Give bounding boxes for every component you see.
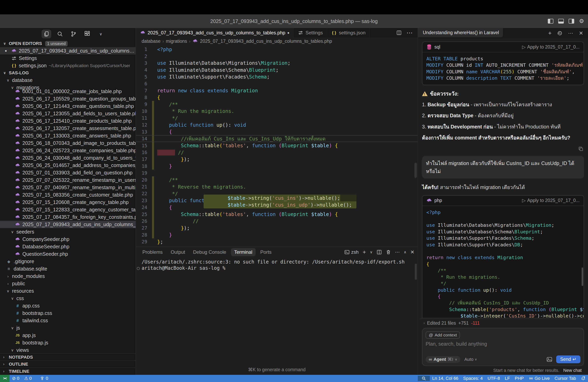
sidebar-section-notepads[interactable]: ›NOTEPADS	[0, 354, 136, 361]
code-line-3[interactable]: 3use Illuminate\Database\Migrations\Migr…	[136, 60, 418, 67]
split-editor-icon[interactable]	[396, 30, 402, 35]
model-selector[interactable]: Auto∨	[464, 357, 477, 362]
tree-file[interactable]: 2025_06_25_014657_add_address_to_compani…	[0, 162, 136, 169]
code-line-27[interactable]: 27 });	[136, 225, 418, 231]
terminal-body[interactable]: /Users/aritach/.zshrc:source:3: no such …	[136, 257, 418, 375]
close-panel-icon[interactable]: ✕	[410, 249, 414, 255]
code-line-10[interactable]: 10 * Run the migrations.	[136, 108, 418, 115]
tree-file[interactable]: 2025_07_15_120608_create_agency_table.ph…	[0, 199, 136, 206]
status-item-cursor-tab[interactable]: Cursor Tab	[552, 376, 578, 381]
code-line-18[interactable]: 18 }	[136, 163, 418, 170]
dropdown-icon[interactable]: ∨	[370, 250, 373, 254]
tree-file[interactable]: 2025_07_15_083356_create_customer_table.…	[0, 191, 136, 199]
status-item-go-live[interactable]: Go Live	[526, 376, 552, 381]
code-line-9[interactable]: 9 /**	[136, 101, 418, 108]
code-line-17[interactable]: 17 });	[136, 156, 418, 163]
inline-ai-suggestion[interactable]: $table->string('cus_ins')->nullable();$t…	[204, 195, 357, 208]
toggle-secondary-sidebar-icon[interactable]	[568, 19, 574, 24]
panel-tab-output[interactable]: Output	[168, 248, 188, 256]
code-line-14[interactable]: 14 //เพิ่มคอลัมภ์ Cus_Ins และ Cus_Ins_Ud…	[136, 135, 418, 142]
open-editors-header[interactable]: ∨ OPEN EDITORS 1 unsaved	[0, 40, 136, 47]
breadcrumb-item[interactable]: 2025_07_17_093943_add_cus_ins_udp_column…	[200, 38, 332, 44]
titlebar[interactable]: 2025_07_17_093943_add_cus_ins_udp_column…	[0, 14, 588, 28]
chevron-down-icon[interactable]: ∨	[96, 30, 105, 38]
code-line-7[interactable]: 7return new class extends Migration	[136, 87, 418, 94]
chat-input-box[interactable]: @Add context Plan, search, build anythin…	[422, 328, 584, 366]
tree-file[interactable]: DatabaseSeeder.php	[0, 243, 136, 250]
more-icon[interactable]: ⋯	[395, 249, 400, 255]
search-icon[interactable]	[55, 30, 65, 38]
edited-files-row[interactable]: › Edited 21 files +751-111	[420, 318, 587, 328]
close-icon[interactable]: ✕	[579, 30, 583, 36]
editor-tab[interactable]: { }settings.json	[327, 28, 370, 38]
status-errors-icon[interactable]: ⊘0	[10, 376, 22, 381]
apply-button[interactable]: ▷Apply to 2025_07_17_0...	[522, 198, 580, 203]
code-line-15[interactable]: 15 Schema::table('tables', function (Blu…	[136, 142, 418, 149]
tree-folder-node_modules[interactable]: ›node_modules	[0, 272, 136, 280]
tree-file[interactable]: 2025_06_17_105529_create_question_groups…	[0, 95, 136, 102]
code-line-25[interactable]: 25 Schema::table('tables', function (Blu…	[136, 211, 418, 218]
split-terminal-icon[interactable]	[377, 249, 382, 255]
tree-file[interactable]: 2025_07_15_122833_create_agency_customer…	[0, 206, 136, 213]
more-icon[interactable]: ⋯	[568, 30, 573, 36]
code-line-12[interactable]: 12 public function up(): void	[136, 121, 418, 128]
history-icon[interactable]	[557, 31, 562, 36]
code-line-2[interactable]: 2	[136, 53, 418, 59]
tree-file[interactable]: CompanySeeder.php	[0, 236, 136, 243]
sidebar-section-outline[interactable]: ›OUTLINE	[0, 361, 136, 368]
tree-folder-seeders[interactable]: ∨seeders	[0, 228, 136, 236]
panel-tab-problems[interactable]: Problems	[139, 248, 166, 256]
source-control-icon[interactable]	[69, 30, 78, 38]
breadcrumb-item[interactable]: migrations	[166, 38, 187, 44]
tree-file[interactable]: 2025_06_17_132057_create_assessments_tab…	[0, 125, 136, 132]
open-editor-item[interactable]: { }settings.json~/Library/Application Su…	[0, 62, 136, 69]
code-line-1[interactable]: 1<?php	[136, 46, 418, 53]
status-item-php[interactable]: PHP	[512, 376, 526, 381]
toggle-primary-sidebar-icon[interactable]	[548, 19, 553, 24]
new-chat-icon[interactable]: +	[548, 30, 552, 37]
code-line-19[interactable]: 19	[136, 170, 418, 176]
chat-tab[interactable]: Understanding whereHas() in Laravel	[418, 28, 503, 37]
shell-indicator[interactable]: zsh	[344, 249, 358, 255]
panel-tab-debug-console[interactable]: Debug Console	[190, 248, 229, 256]
tree-file[interactable]: 2025_07_07_040957_rename_timestamp_in_mu…	[0, 184, 136, 191]
tree-file[interactable]: 2025_06_17_125410_create_products_table.…	[0, 117, 136, 125]
code-line-20[interactable]: 20 /**	[136, 176, 418, 183]
open-editor-item[interactable]: ●2025_07_17_093943_add_cus_ins_udp_colum…	[0, 47, 136, 55]
editor-tab[interactable]: 2025_07_17_093943_add_cus_ins_udp_column…	[136, 28, 294, 38]
settings-gear-icon[interactable]: ⚙	[579, 18, 584, 24]
tree-file[interactable]: 2025_07_17_093943_add_cus_ins_udp_column…	[0, 221, 136, 228]
tree-file[interactable]: 0001_01_01_000002_create_jobs_table.php	[0, 88, 136, 95]
agent-mode-selector[interactable]: ∞Agent⌘I∨	[426, 356, 461, 363]
panel-tab-ports[interactable]: Ports	[257, 248, 275, 256]
chat-input-placeholder[interactable]: Plan, search, build anything	[426, 341, 580, 353]
tree-folder-views[interactable]: ∨views	[0, 346, 136, 353]
breadcrumb[interactable]: database›migrations›2025_07_17_093943_ad…	[136, 38, 418, 45]
tree-folder-resources[interactable]: ∨resources	[0, 287, 136, 295]
code-editor[interactable]: 1<?php23use Illuminate\Database\Migratio…	[136, 45, 418, 247]
code-line-5[interactable]: 5use Illuminate\Support\Facades\Schema;	[136, 74, 418, 80]
tree-file[interactable]: #app.css	[0, 302, 136, 309]
code-line-8[interactable]: 8{	[136, 94, 418, 101]
tree-file[interactable]: ≡database.sqlite	[0, 265, 136, 272]
code-line-4[interactable]: 4use Illuminate\Database\Schema\Blueprin…	[136, 67, 418, 73]
code-line-29[interactable]: 29};	[136, 238, 418, 245]
tree-file[interactable]: QuestionSeeder.php	[0, 250, 136, 258]
status-warnings-icon[interactable]: ⚠0	[22, 376, 34, 381]
open-editors-icon[interactable]	[42, 30, 51, 38]
collapse-panel-icon[interactable]: ∧	[404, 250, 406, 254]
tree-file[interactable]: ◆.gitignore	[0, 258, 136, 265]
tree-file[interactable]: JSbootstrap.js	[0, 339, 136, 346]
breadcrumb-item[interactable]: database	[142, 38, 161, 44]
status-search-icon[interactable]	[418, 376, 430, 381]
status-ports-icon[interactable]: 0	[37, 376, 51, 381]
extensions-icon[interactable]	[83, 30, 92, 38]
tree-file[interactable]: 2025_06_17_133003_create_answers_table.p…	[0, 132, 136, 139]
code-line-26[interactable]: 26 //	[136, 218, 418, 225]
tree-file[interactable]: 2025_07_01_033903_add_field_on_question.…	[0, 169, 136, 176]
codeblock-scrollbar[interactable]	[582, 267, 583, 286]
tree-file[interactable]: 2025_07_17_084357_fix_foreign_key_constr…	[0, 213, 136, 221]
code-line-13[interactable]: 13 {	[136, 129, 418, 135]
tree-file[interactable]: #bootstrap.css	[0, 309, 136, 317]
code-line-6[interactable]: 6	[136, 80, 418, 87]
